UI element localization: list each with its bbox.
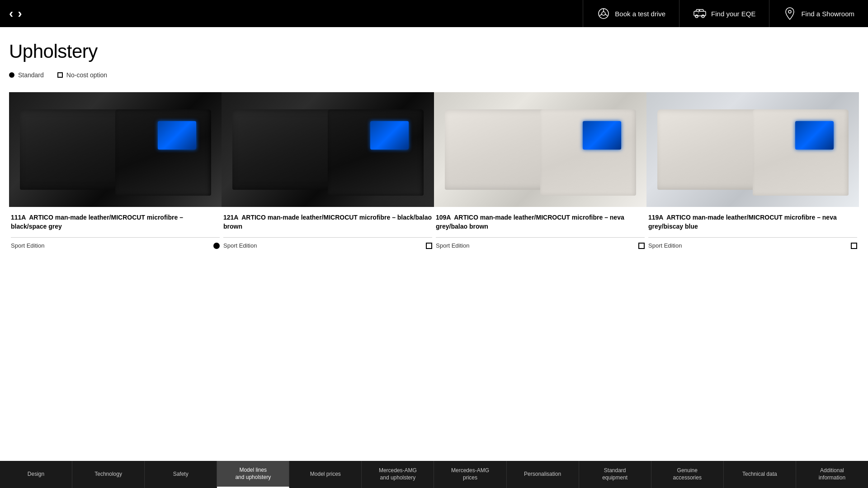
infotainment-screen bbox=[795, 121, 834, 150]
book-test-drive-label: Book a test drive bbox=[615, 10, 665, 18]
seat-visual bbox=[9, 92, 222, 207]
card-footer: Sport Edition bbox=[223, 237, 432, 249]
steering-wheel-icon bbox=[597, 7, 610, 20]
bottom-nav-item[interactable]: Model prices bbox=[289, 461, 362, 488]
card-image bbox=[222, 92, 434, 207]
legend-square-icon bbox=[57, 72, 63, 78]
card-indicator-dot bbox=[213, 243, 220, 249]
card-footer: Sport Edition bbox=[648, 237, 857, 249]
svg-line-3 bbox=[600, 14, 602, 16]
cards-grid: 111A ARTICO man-made leather/MICROCUT mi… bbox=[0, 88, 868, 258]
forward-button[interactable]: › bbox=[18, 7, 22, 20]
bottom-nav-item[interactable]: Safety bbox=[145, 461, 217, 488]
card-indicator-square bbox=[851, 243, 857, 249]
card-title: 119A ARTICO man-made leather/MICROCUT mi… bbox=[648, 213, 857, 231]
card-edition: Sport Edition bbox=[223, 242, 257, 249]
card-footer: Sport Edition bbox=[436, 237, 645, 249]
bottom-nav-item[interactable]: Mercedes-AMGand upholstery bbox=[362, 461, 434, 488]
svg-point-10 bbox=[788, 10, 791, 13]
card-info: 119A ARTICO man-made leather/MICROCUT mi… bbox=[646, 207, 859, 253]
find-showroom-link[interactable]: Find a Showroom bbox=[769, 0, 868, 27]
card-image bbox=[434, 92, 646, 207]
main-content: Upholstery Standard No-cost option bbox=[0, 0, 868, 488]
svg-point-6 bbox=[695, 15, 698, 18]
find-eqe-link[interactable]: ? Find your EQE bbox=[679, 0, 769, 27]
legend-no-cost-label: No-cost option bbox=[66, 71, 107, 79]
car-icon: ? bbox=[693, 7, 707, 20]
svg-text:?: ? bbox=[698, 12, 699, 14]
legend-standard-label: Standard bbox=[18, 71, 44, 79]
card-edition: Sport Edition bbox=[436, 242, 469, 249]
upholstery-card[interactable]: 109A ARTICO man-made leather/MICROCUT mi… bbox=[434, 92, 646, 253]
book-test-drive-link[interactable]: Book a test drive bbox=[583, 0, 679, 27]
card-image bbox=[9, 92, 222, 207]
seat-visual bbox=[222, 92, 434, 207]
legend-dot-icon bbox=[9, 72, 14, 78]
back-button[interactable]: ‹ bbox=[9, 7, 13, 20]
svg-point-1 bbox=[602, 12, 605, 15]
bottom-nav-item[interactable]: Additionalinformation bbox=[796, 461, 868, 488]
bottom-nav-item[interactable]: Mercedes-AMGprices bbox=[434, 461, 506, 488]
upholstery-card[interactable]: 119A ARTICO man-made leather/MICROCUT mi… bbox=[646, 92, 859, 253]
infotainment-screen bbox=[158, 121, 196, 150]
nav-arrows: ‹ › bbox=[0, 7, 31, 20]
upholstery-card[interactable]: 121A ARTICO man-made leather/MICROCUT mi… bbox=[222, 92, 434, 253]
page-header: Upholstery Standard No-cost option bbox=[0, 27, 868, 88]
card-title: 109A ARTICO man-made leather/MICROCUT mi… bbox=[436, 213, 645, 231]
card-title: 111A ARTICO man-made leather/MICROCUT mi… bbox=[11, 213, 220, 231]
legend-no-cost: No-cost option bbox=[57, 71, 107, 79]
bottom-nav-item[interactable]: Genuineaccessories bbox=[651, 461, 724, 488]
bottom-nav-item[interactable]: Technology bbox=[72, 461, 145, 488]
bottom-nav-item[interactable]: Design bbox=[0, 461, 72, 488]
find-eqe-label: Find your EQE bbox=[711, 10, 755, 18]
bottom-nav-item[interactable]: Technical data bbox=[724, 461, 796, 488]
page-title: Upholstery bbox=[9, 41, 859, 62]
svg-point-8 bbox=[699, 10, 700, 11]
legend-standard: Standard bbox=[9, 71, 44, 79]
bottom-nav-item[interactable]: Model linesand upholstery bbox=[217, 461, 289, 488]
card-indicator-square bbox=[426, 243, 432, 249]
location-icon bbox=[783, 7, 797, 20]
bottom-nav-item[interactable]: Standardequipment bbox=[579, 461, 651, 488]
infotainment-screen bbox=[370, 121, 409, 150]
card-edition: Sport Edition bbox=[648, 242, 682, 249]
card-info: 111A ARTICO man-made leather/MICROCUT mi… bbox=[9, 207, 222, 253]
legend: Standard No-cost option bbox=[9, 71, 859, 79]
bottom-nav-item[interactable]: Personalisation bbox=[507, 461, 579, 488]
bottom-navigation: Design Technology Safety Model linesand … bbox=[0, 461, 868, 488]
card-info: 109A ARTICO man-made leather/MICROCUT mi… bbox=[434, 207, 646, 253]
svg-point-7 bbox=[702, 15, 704, 18]
card-image bbox=[646, 92, 859, 207]
top-navigation: ‹ › Book a test drive bbox=[0, 0, 868, 27]
card-footer: Sport Edition bbox=[11, 237, 220, 249]
seat-visual bbox=[646, 92, 859, 207]
upholstery-card[interactable]: 111A ARTICO man-made leather/MICROCUT mi… bbox=[9, 92, 222, 253]
svg-line-4 bbox=[605, 14, 608, 16]
find-showroom-label: Find a Showroom bbox=[801, 10, 854, 18]
card-title: 121A ARTICO man-made leather/MICROCUT mi… bbox=[223, 213, 432, 231]
infotainment-screen bbox=[583, 121, 621, 150]
seat-visual bbox=[434, 92, 646, 207]
card-info: 121A ARTICO man-made leather/MICROCUT mi… bbox=[222, 207, 434, 253]
card-indicator-square bbox=[638, 243, 645, 249]
card-edition: Sport Edition bbox=[11, 242, 44, 249]
nav-actions: Book a test drive ? Find your EQE bbox=[583, 0, 868, 27]
